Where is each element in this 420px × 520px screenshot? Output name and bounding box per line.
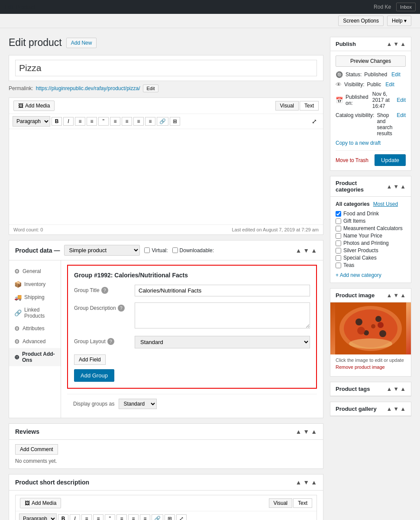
virtual-checkbox[interactable] (144, 247, 150, 253)
short-desc-align-center-button[interactable]: ≡ (128, 514, 139, 520)
tab-linked-products[interactable]: 🔗 Linked Products (9, 304, 61, 322)
product-tags-up-button[interactable]: ▲ (386, 386, 392, 392)
published-edit-link[interactable]: Edit (397, 97, 406, 103)
remove-product-image-link[interactable]: Remove product image (336, 364, 406, 370)
category-gift-items-checkbox[interactable] (336, 218, 341, 224)
short-desc-up-button[interactable]: ▲ (295, 479, 301, 486)
category-photos-printing-checkbox[interactable] (336, 240, 341, 246)
edit-slug-button[interactable]: Edit (143, 84, 159, 92)
product-type-select[interactable]: Simple product Variable product Grouped … (64, 245, 140, 256)
categories-up-button[interactable]: ▲ (386, 183, 392, 190)
product-image-up-button[interactable]: ▲ (386, 292, 392, 299)
tab-shipping[interactable]: 🚚 Shipping (9, 291, 61, 304)
product-tags-collapse-button[interactable]: ▲ (400, 386, 406, 392)
tab-product-addons[interactable]: ⊕ Product Add-Ons (9, 348, 61, 366)
expand-editor-button[interactable]: ⤢ (309, 117, 320, 126)
short-desc-paragraph-select[interactable]: Paragraph (19, 514, 57, 520)
tab-general[interactable]: ⚙ General (9, 265, 61, 278)
update-button[interactable]: Update (375, 154, 406, 166)
group-layout-help-icon[interactable]: ? (107, 338, 114, 345)
collapse-up-button[interactable]: ▲ (295, 247, 301, 254)
add-comment-button[interactable]: Add Comment (15, 444, 58, 455)
all-categories-tab[interactable]: All categories (336, 201, 373, 207)
text-tab[interactable]: Text (300, 101, 319, 110)
add-new-button[interactable]: Add New (66, 38, 97, 48)
publish-down-button[interactable]: ▼ (393, 41, 399, 47)
copy-draft-link[interactable]: Copy to a new draft (336, 140, 406, 146)
permalink-link[interactable]: https://pluginrepublic.dev/rafay/product… (36, 85, 140, 91)
category-name-your-price-checkbox[interactable] (336, 233, 341, 239)
category-silver-products-checkbox[interactable] (336, 248, 341, 254)
publish-up-button[interactable]: ▲ (386, 41, 392, 47)
short-desc-ul-button[interactable]: ≡ (81, 514, 92, 520)
short-desc-bold-button[interactable]: B (58, 514, 68, 520)
product-image-display[interactable] (330, 302, 411, 354)
tab-attributes[interactable]: ⚙ Attributes (9, 322, 61, 335)
reviews-collapse-button[interactable]: ▲ (311, 428, 317, 435)
category-food-drink-checkbox[interactable] (336, 211, 341, 217)
category-teas-checkbox[interactable] (336, 263, 341, 268)
add-media-button[interactable]: 🖼 Add Media (13, 101, 55, 111)
product-gallery-up-button[interactable]: ▲ (386, 406, 392, 412)
product-gallery-collapse-button[interactable]: ▲ (400, 406, 406, 412)
short-desc-expand-button[interactable]: ⤢ (176, 514, 187, 520)
short-desc-align-right-button[interactable]: ≡ (140, 514, 150, 520)
category-measurement-checkbox[interactable] (336, 226, 341, 231)
ordered-list-button[interactable]: ≡ (87, 117, 97, 126)
group-description-help-icon[interactable]: ? (118, 305, 125, 312)
group-layout-select[interactable]: Standard Grid List (135, 336, 310, 348)
category-special-cakes-checkbox[interactable] (336, 255, 341, 261)
move-to-trash-link[interactable]: Move to Trash (336, 157, 368, 163)
short-desc-align-left-button[interactable]: ≡ (116, 514, 127, 520)
add-new-category-link[interactable]: + Add new category (336, 272, 406, 278)
short-desc-down-button[interactable]: ▼ (303, 479, 309, 486)
short-desc-more-button[interactable]: ⊞ (165, 514, 175, 520)
reviews-up-button[interactable]: ▲ (295, 428, 301, 435)
visibility-edit-link[interactable]: Edit (385, 81, 394, 88)
inbox-button[interactable]: Inbox (396, 3, 416, 11)
short-desc-add-media-button[interactable]: 🖼 Add Media (20, 498, 61, 508)
group-description-input[interactable] (135, 302, 310, 328)
categories-down-button[interactable]: ▼ (393, 183, 399, 190)
unordered-list-button[interactable]: ≡ (75, 117, 85, 126)
product-image-collapse-button[interactable]: ▲ (400, 292, 406, 299)
more-button[interactable]: ⊞ (170, 117, 180, 126)
product-gallery-down-button[interactable]: ▼ (393, 406, 399, 412)
italic-button[interactable]: I (63, 117, 74, 126)
short-desc-ol-button[interactable]: ≡ (93, 514, 103, 520)
display-groups-select[interactable]: Standard Accordion Tabs (119, 399, 157, 409)
catalog-vis-edit-link[interactable]: Edit (397, 112, 406, 118)
align-left-button[interactable]: ≡ (110, 117, 120, 126)
editor-content[interactable] (9, 129, 323, 224)
add-field-button[interactable]: Add Field (74, 354, 106, 365)
categories-collapse-button[interactable]: ▲ (400, 183, 406, 190)
short-desc-collapse-button[interactable]: ▲ (311, 479, 317, 486)
blockquote-button[interactable]: " (98, 117, 109, 126)
status-edit-link[interactable]: Edit (391, 72, 401, 78)
preview-changes-button[interactable]: Preview Changes (336, 55, 406, 67)
short-desc-italic-button[interactable]: I (70, 514, 80, 520)
help-button[interactable]: Help ▾ (387, 16, 411, 26)
most-used-tab[interactable]: Most Used (373, 201, 401, 207)
align-justify-button[interactable]: ≡ (145, 117, 155, 126)
tab-inventory[interactable]: 📦 Inventory (9, 278, 61, 291)
paragraph-select[interactable]: Paragraph (13, 116, 50, 127)
downloadable-checkbox[interactable] (172, 247, 178, 253)
visual-tab[interactable]: Visual (275, 101, 299, 110)
short-desc-link-button[interactable]: 🔗 (152, 514, 163, 520)
group-title-input[interactable] (135, 285, 310, 296)
tab-advanced[interactable]: ⚙ Advanced (9, 335, 61, 348)
product-tags-down-button[interactable]: ▼ (393, 386, 399, 392)
align-center-button[interactable]: ≡ (122, 117, 132, 126)
short-desc-quote-button[interactable]: " (105, 514, 115, 520)
screen-options-button[interactable]: Screen Options (338, 16, 384, 26)
add-group-button[interactable]: Add Group (74, 369, 114, 382)
reviews-down-button[interactable]: ▼ (303, 428, 309, 435)
product-image-down-button[interactable]: ▼ (393, 292, 399, 299)
collapse-all-button[interactable]: ▲ (311, 247, 317, 254)
short-desc-text-tab[interactable]: Text (293, 498, 312, 508)
bold-button[interactable]: B (52, 117, 62, 126)
product-title-input[interactable] (15, 60, 317, 76)
link-button[interactable]: 🔗 (157, 117, 168, 126)
align-right-button[interactable]: ≡ (133, 117, 144, 126)
